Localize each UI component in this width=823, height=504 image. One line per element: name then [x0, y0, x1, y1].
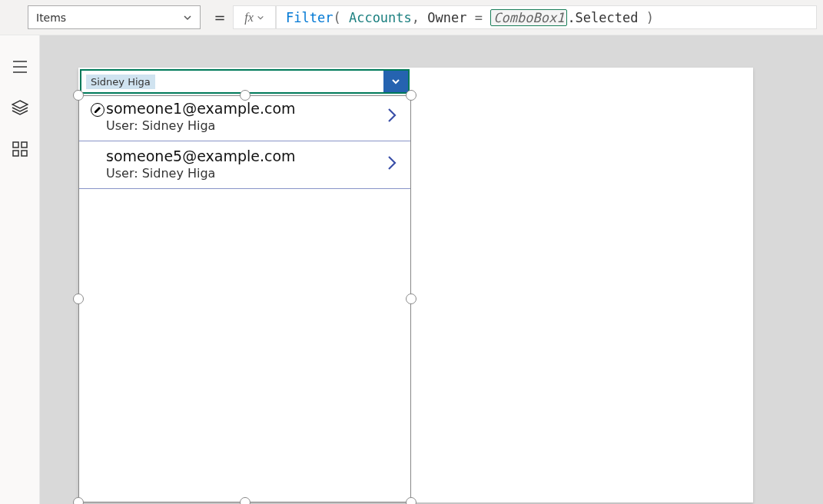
list-item[interactable]: someone1@example.com User: Sidney Higa — [78, 94, 411, 141]
list-item[interactable]: someone5@example.com User: Sidney Higa — [78, 141, 411, 189]
property-dropdown[interactable]: Items — [28, 5, 201, 29]
resize-handle-e[interactable] — [406, 293, 416, 304]
chevron-right-icon — [385, 154, 399, 172]
formula-owner: Owner — [427, 10, 466, 25]
formula-arg-accounts: Accounts — [349, 10, 412, 25]
formula-eq: = — [475, 10, 483, 25]
svg-rect-1 — [22, 142, 27, 148]
resize-handle-s[interactable] — [240, 497, 251, 504]
item-subtitle: User: Sidney Higa — [106, 118, 296, 133]
item-navigate[interactable] — [385, 154, 399, 175]
item-title: someone1@example.com — [106, 100, 296, 117]
item-navigate[interactable] — [385, 106, 399, 128]
svg-rect-2 — [13, 151, 18, 156]
resize-handle-sw[interactable] — [73, 497, 84, 504]
gallery-control[interactable]: Sidney Higa someone1@example.com User: S… — [78, 68, 411, 502]
chevron-down-icon — [257, 14, 264, 22]
formula-close-paren: ) — [646, 10, 654, 25]
resize-handle-nw[interactable] — [73, 90, 84, 101]
combobox-selected-chip[interactable]: Sidney Higa — [86, 75, 155, 89]
left-nav — [0, 35, 40, 504]
formula-comma: , — [412, 10, 420, 25]
fx-button[interactable]: fx — [233, 5, 276, 29]
formula-dot-selected: .Selected — [567, 10, 638, 25]
resize-handle-n[interactable] — [240, 90, 251, 101]
resize-handle-ne[interactable] — [406, 90, 416, 101]
resize-handle-se[interactable] — [406, 497, 416, 504]
property-dropdown-value: Items — [36, 12, 66, 24]
resize-handle-w[interactable] — [73, 293, 84, 304]
hamburger-icon — [12, 60, 28, 74]
formula-combobox-ref: ComboBox1 — [490, 9, 567, 26]
fx-label: fx — [244, 11, 254, 25]
main-area: Sidney Higa someone1@example.com User: S… — [0, 35, 823, 504]
equals-label: = — [207, 0, 233, 35]
insert-button[interactable] — [12, 100, 28, 118]
layers-icon — [12, 100, 28, 115]
canvas-area[interactable]: Sidney Higa someone1@example.com User: S… — [40, 35, 823, 504]
components-button[interactable] — [12, 141, 28, 160]
svg-rect-0 — [13, 142, 18, 148]
combobox-toggle[interactable] — [383, 71, 408, 92]
svg-rect-3 — [22, 151, 27, 156]
chevron-down-icon — [183, 13, 192, 22]
item-title: someone5@example.com — [106, 148, 296, 164]
tree-view-button[interactable] — [12, 60, 28, 77]
formula-open-paren: ( — [333, 10, 340, 25]
chevron-down-icon — [390, 76, 401, 87]
app-screen: Sidney Higa someone1@example.com User: S… — [78, 68, 753, 502]
chevron-right-icon — [385, 106, 399, 124]
item-subtitle: User: Sidney Higa — [106, 166, 296, 181]
formula-input[interactable]: Filter( Accounts, Owner = ComboBox1.Sele… — [276, 5, 817, 29]
formula-bar: Items = fx Filter( Accounts, Owner = Com… — [0, 0, 823, 35]
edit-icon — [91, 103, 105, 117]
formula-fn: Filter — [286, 10, 333, 25]
grid-icon — [12, 141, 28, 157]
